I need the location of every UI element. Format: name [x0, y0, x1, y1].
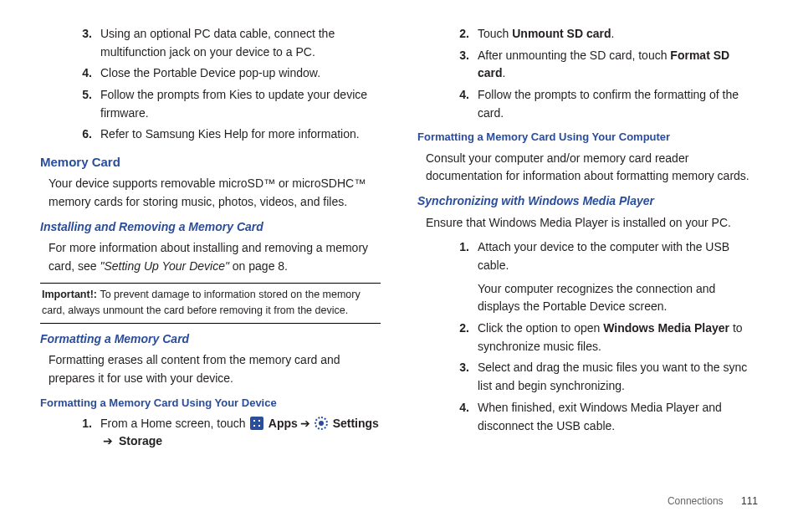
list-item: 5.Follow the prompts from Kies to update…	[70, 86, 381, 122]
text: Attach your device to the computer with …	[478, 238, 758, 274]
step-text: From a Home screen, touch Apps➔ Settings…	[100, 415, 381, 451]
step-number: 3.	[448, 47, 478, 83]
step-number: 1.	[70, 415, 100, 451]
list-item: 6.Refer to Samsung Kies Help for more in…	[70, 125, 381, 144]
step-text: Refer to Samsung Kies Help for more info…	[100, 125, 381, 144]
ui-element: Windows Media Player	[603, 321, 729, 335]
text: on page 8.	[229, 259, 288, 273]
step-number: 4.	[70, 64, 100, 83]
list-item: 3.Using an optional PC data cable, conne…	[70, 25, 381, 61]
list-item: 2.Touch Unmount SD card.	[448, 25, 758, 43]
step-number: 2.	[448, 25, 478, 43]
step-number: 3.	[70, 25, 100, 61]
step-text: Attach your device to the computer with …	[478, 238, 758, 316]
page-footer: Connections 111	[668, 495, 758, 507]
list-item: 4.Follow the prompts to confirm the form…	[448, 86, 758, 122]
list-item: 2.Click the option to open Windows Media…	[448, 320, 758, 356]
step-number: 2.	[448, 320, 478, 356]
paragraph: Consult your computer and/or memory card…	[426, 150, 758, 186]
settings-label: Settings	[330, 417, 379, 430]
apps-label: Apps	[265, 417, 297, 430]
ui-element: Unmount SD card	[512, 27, 611, 40]
step-text: Follow the prompts to confirm the format…	[478, 86, 758, 122]
reference-quote: "Setting Up Your Device"	[100, 259, 228, 273]
step-number: 3.	[448, 359, 478, 395]
step-text: Select and drag the music files you want…	[478, 359, 758, 395]
list-item: 3.Select and drag the music files you wa…	[448, 359, 758, 395]
settings-icon	[315, 417, 328, 430]
text: Click the option to open	[478, 321, 603, 335]
section-name: Connections	[668, 495, 724, 507]
step-number: 4.	[448, 399, 478, 435]
heading-format-device: Formatting a Memory Card Using Your Devi…	[40, 395, 381, 412]
heading-install-remove: Installing and Removing a Memory Card	[40, 218, 381, 237]
step-number: 4.	[448, 86, 478, 122]
step-text: When finished, exit Windows Media Player…	[478, 399, 758, 435]
arrow-icon: ➔	[100, 434, 115, 448]
heading-memory-card: Memory Card	[40, 152, 381, 171]
list-item: 4.Close the Portable Device pop-up windo…	[70, 64, 381, 83]
list-item: 3.After unmounting the SD card, touch Fo…	[448, 47, 758, 83]
step-text: Click the option to open Windows Media P…	[478, 320, 758, 356]
heading-sync: Synchronizing with Windows Media Player	[417, 192, 758, 211]
text: Your computer recognizes the connection …	[478, 280, 758, 316]
paragraph: Formatting erases all content from the m…	[49, 351, 381, 387]
storage-label: Storage	[115, 434, 162, 448]
arrow-icon: ➔	[298, 417, 313, 430]
step-number: 6.	[70, 125, 100, 144]
step-text: After unmounting the SD card, touch Form…	[478, 47, 758, 83]
paragraph: For more information about installing an…	[49, 239, 381, 275]
step-text: Touch Unmount SD card.	[478, 25, 758, 43]
page-number: 111	[741, 495, 758, 507]
paragraph: Ensure that Windows Media Player is inst…	[426, 214, 758, 233]
step-number: 5.	[70, 86, 100, 122]
text: .	[503, 66, 506, 79]
important-note: Important!: To prevent damage to informa…	[40, 283, 381, 324]
list-item: 1. From a Home screen, touch Apps➔ Setti…	[70, 415, 381, 451]
step-text: Follow the prompts from Kies to update y…	[100, 86, 381, 122]
list-item: 4.When finished, exit Windows Media Play…	[448, 399, 758, 435]
paragraph: Your device supports removable microSD™ …	[49, 175, 381, 211]
right-column: 2.Touch Unmount SD card. 3.After unmount…	[417, 22, 758, 532]
text: Touch	[478, 27, 512, 40]
text: After unmounting the SD card, touch	[478, 49, 670, 62]
apps-icon	[250, 417, 263, 430]
left-column: 3.Using an optional PC data cable, conne…	[40, 22, 381, 532]
step-text: Close the Portable Device pop-up window.	[100, 64, 381, 83]
important-label: Important!:	[42, 289, 100, 300]
text: .	[611, 27, 614, 40]
step-text: Using an optional PC data cable, connect…	[100, 25, 381, 61]
text: From a Home screen, touch	[100, 417, 248, 430]
manual-page: 3.Using an optional PC data cable, conne…	[0, 0, 798, 532]
list-item: 1.Attach your device to the computer wit…	[448, 238, 758, 316]
heading-format: Formatting a Memory Card	[40, 330, 381, 349]
heading-format-computer: Formatting a Memory Card Using Your Comp…	[417, 129, 758, 146]
step-number: 1.	[448, 238, 478, 316]
